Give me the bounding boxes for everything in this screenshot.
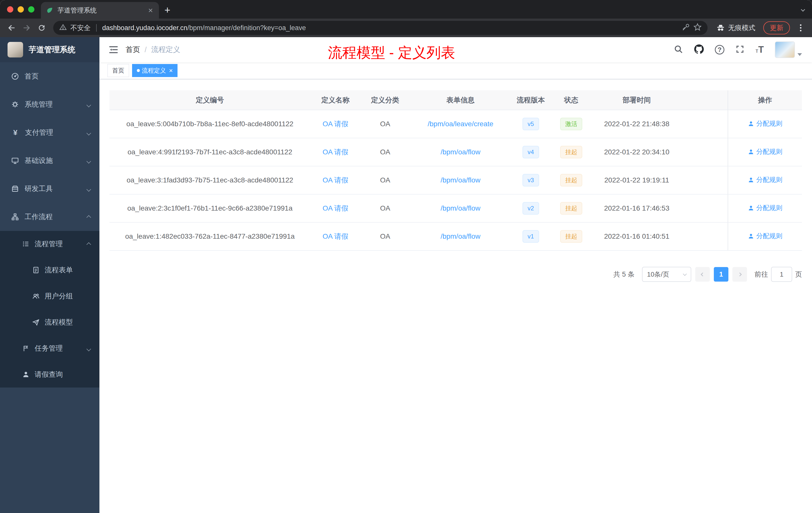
security-label[interactable]: 不安全: [70, 23, 91, 32]
table-row: oa_leave:3:1fad3d93-7b75-11ec-a3c8-acde4…: [110, 166, 802, 194]
assign-rule-link[interactable]: 分配规则: [748, 232, 782, 240]
browser-menu-icon[interactable]: [800, 27, 802, 29]
search-icon[interactable]: [674, 44, 683, 55]
chevron-left-icon: [700, 272, 704, 276]
cell-category: OA: [360, 138, 410, 166]
tag-process-definition[interactable]: 流程定义: [132, 64, 177, 77]
assign-rule-link[interactable]: 分配规则: [748, 175, 782, 184]
sidebar-toggle-icon[interactable]: [109, 45, 118, 55]
sidebar-item-leave-query[interactable]: 请假查询: [0, 361, 99, 388]
reload-button[interactable]: [35, 21, 48, 34]
cell-deploy-time: 2022-01-22 21:48:38: [592, 110, 682, 138]
user-avatar[interactable]: [775, 41, 802, 58]
definition-name-link[interactable]: OA 请假: [323, 204, 348, 212]
sidebar-item-label: 流程表单: [45, 265, 73, 275]
sidebar-item-infrastructure[interactable]: 基础设施: [0, 147, 99, 175]
active-dot: [137, 69, 140, 72]
browser-window: 芋道管理系统 × + 不安全 dashboard.yudao.iocoder.c…: [0, 0, 812, 513]
sidebar-logo[interactable]: 芋道管理系统: [0, 37, 99, 62]
version-badge: v5: [522, 118, 539, 130]
password-key-icon[interactable]: [682, 23, 690, 33]
assign-rule-link[interactable]: 分配规则: [748, 119, 782, 128]
assign-rule-link[interactable]: 分配规则: [748, 204, 782, 212]
sidebar-item-user-group[interactable]: 用户分组: [0, 283, 99, 309]
document-icon: [32, 266, 40, 274]
chevron-down-icon: [87, 157, 90, 164]
window-controls: [0, 0, 41, 19]
page-annotation: 流程模型 - 定义列表: [328, 43, 455, 62]
help-icon[interactable]: ?: [715, 45, 724, 55]
page-1-button[interactable]: 1: [714, 267, 728, 281]
table-row: oa_leave:4:991f2193-7b7f-11ec-a3c8-acde4…: [110, 138, 802, 166]
status-badge: 挂起: [560, 202, 582, 215]
browser-tab[interactable]: 芋道管理系统 ×: [41, 2, 159, 19]
sidebar-item-process-form[interactable]: 流程表单: [0, 257, 99, 283]
minimize-window-button[interactable]: [18, 6, 24, 12]
assign-rule-link[interactable]: 分配规则: [748, 147, 782, 156]
sidebar-item-task-management[interactable]: 任务管理: [0, 335, 99, 361]
column-definition-name: 定义名称: [310, 90, 360, 110]
sidebar-item-system[interactable]: 系统管理: [0, 90, 99, 118]
sidebar-item-workflow[interactable]: 工作流程: [0, 203, 99, 231]
cell-deploy-time: 2022-01-22 19:19:11: [592, 166, 682, 194]
form-link[interactable]: /bpm/oa/flow: [441, 204, 481, 212]
cell-definition-id: oa_leave:2:3c1f0ef1-76b1-11ec-9c66-a2380…: [110, 194, 310, 222]
sidebar-item-label: 用户分组: [45, 292, 73, 301]
back-button[interactable]: [5, 21, 18, 34]
font-size-icon[interactable]: тT: [755, 45, 764, 54]
sidebar-item-label: 研发工具: [25, 184, 53, 193]
security-warning-icon[interactable]: [59, 23, 67, 33]
column-definition-category: 定义分类: [360, 90, 410, 110]
address-bar[interactable]: 不安全 dashboard.yudao.iocoder.cn/bpm/manag…: [53, 21, 707, 35]
chevron-down-icon: [87, 100, 90, 109]
sidebar-item-label: 基础设施: [25, 156, 53, 165]
version-badge: v4: [522, 146, 539, 158]
definition-name-link[interactable]: OA 请假: [323, 148, 348, 156]
definition-name-link[interactable]: OA 请假: [323, 233, 348, 240]
list-icon: [22, 240, 30, 248]
sidebar-item-devtools[interactable]: 研发工具: [0, 175, 99, 203]
sidebar-item-payment[interactable]: ¥ 支付管理: [0, 118, 99, 147]
forward-button[interactable]: [20, 21, 33, 34]
update-button[interactable]: 更新: [763, 21, 790, 34]
next-page-button[interactable]: [732, 267, 747, 281]
tab-close-icon[interactable]: ×: [147, 6, 154, 14]
person-icon: [22, 371, 30, 378]
fullscreen-icon[interactable]: [735, 45, 745, 55]
sidebar-item-process-model[interactable]: 流程模型: [0, 309, 99, 335]
definition-name-link[interactable]: OA 请假: [323, 176, 348, 184]
table-header-row: 定义编号 定义名称 定义分类 表单信息 流程版本 状态 部署时间 操作: [110, 90, 802, 110]
tag-home[interactable]: 首页: [108, 64, 129, 77]
tag-close-icon[interactable]: [169, 67, 173, 74]
omnibox-divider: [96, 24, 97, 32]
logo-avatar: [7, 42, 23, 58]
sidebar-item-home[interactable]: 首页: [0, 62, 99, 90]
status-badge: 激活: [560, 118, 582, 130]
close-window-button[interactable]: [7, 6, 13, 12]
cell-filler: [682, 166, 728, 194]
column-operation: 操作: [728, 90, 802, 110]
page-size-select[interactable]: 10条/页: [642, 267, 691, 282]
breadcrumb-home[interactable]: 首页: [125, 45, 140, 55]
form-link[interactable]: /bpm/oa/flow: [441, 148, 481, 156]
dashboard-icon: [11, 72, 19, 80]
cell-definition-id: oa_leave:5:004b710b-7b8a-11ec-8ef0-acde4…: [110, 110, 310, 138]
url-path: /bpm/manager/definition?key=oa_leave: [187, 24, 306, 32]
form-link[interactable]: /bpm/oa/leave/create: [428, 120, 493, 128]
form-link[interactable]: /bpm/oa/flow: [441, 176, 481, 184]
new-tab-button[interactable]: +: [165, 5, 170, 15]
form-link[interactable]: /bpm/oa/flow: [441, 233, 481, 240]
sidebar-item-process-management[interactable]: 流程管理: [0, 231, 99, 257]
bookmark-star-icon[interactable]: [694, 23, 701, 33]
tab-search-chevron-icon[interactable]: [802, 7, 805, 12]
maximize-window-button[interactable]: [28, 6, 34, 12]
definition-name-link[interactable]: OA 请假: [323, 120, 348, 128]
flag-icon: [22, 344, 30, 352]
pagination-total: 共 5 条: [613, 270, 635, 279]
yen-icon: ¥: [11, 128, 20, 137]
github-icon[interactable]: [694, 44, 704, 55]
url-text[interactable]: dashboard.yudao.iocoder.cn/bpm/manager/d…: [102, 24, 306, 32]
prev-page-button[interactable]: [695, 267, 710, 281]
column-filler: [682, 90, 728, 110]
goto-page-input[interactable]: [771, 267, 792, 282]
